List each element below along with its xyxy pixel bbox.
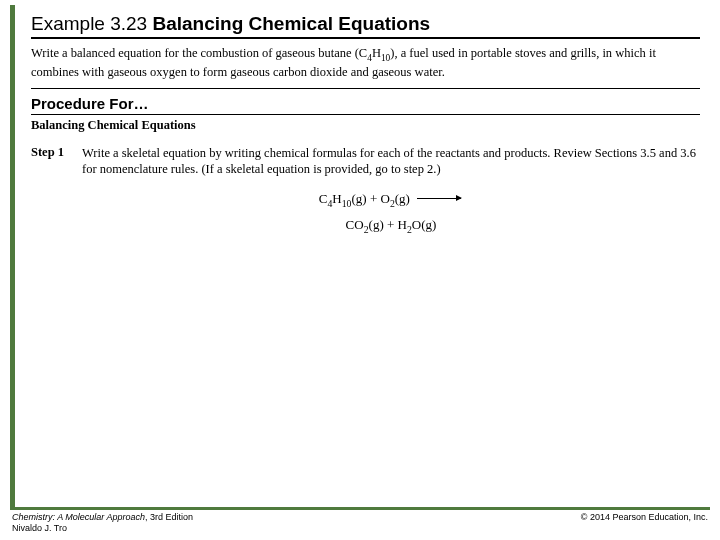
step-label: Step 1: [31, 145, 64, 238]
reaction-arrow-icon: [417, 198, 461, 199]
author: Nivaldo J. Tro: [12, 523, 67, 533]
procedure-heading: Procedure For…: [31, 95, 700, 115]
copyright: © 2014 Pearson Education, Inc.: [581, 512, 708, 535]
footer-left: Chemistry: A Molecular Approach, 3rd Edi…: [12, 512, 193, 535]
slide-title: Example 3.23 Balancing Chemical Equation…: [31, 13, 700, 39]
skeletal-equation: C4H10(g) + O2(g) CO2(g) + H2O(g): [82, 187, 700, 237]
example-name: Balancing Chemical Equations: [152, 13, 430, 34]
problem-statement: Write a balanced equation for the combus…: [31, 45, 700, 89]
book-edition: , 3rd Edition: [145, 512, 193, 522]
step-1: Step 1 Write a skeletal equation by writ…: [31, 145, 700, 238]
procedure-subheading: Balancing Chemical Equations: [31, 118, 700, 133]
example-number: Example 3.23: [31, 13, 147, 34]
step-text: Write a skeletal equation by writing che…: [82, 145, 700, 238]
footer: Chemistry: A Molecular Approach, 3rd Edi…: [12, 512, 708, 535]
slide-content: Example 3.23 Balancing Chemical Equation…: [10, 5, 710, 510]
book-title: Chemistry: A Molecular Approach: [12, 512, 145, 522]
